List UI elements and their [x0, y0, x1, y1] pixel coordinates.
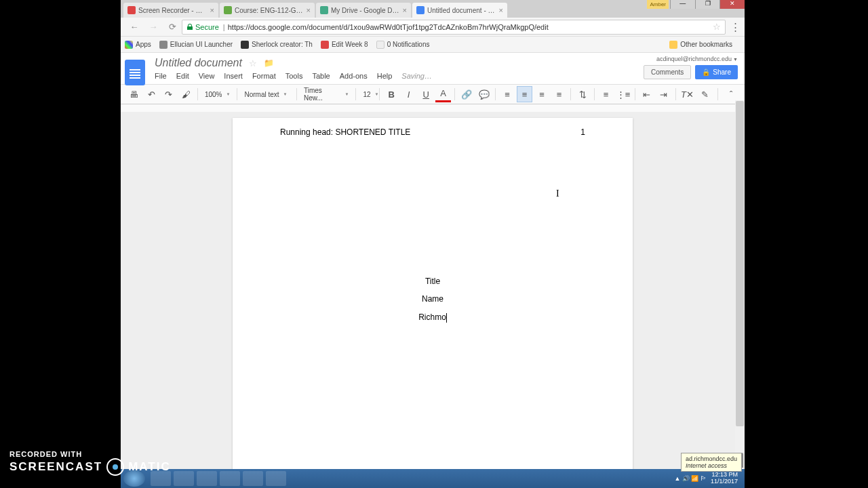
browser-menu-icon[interactable]: ⋮ [730, 21, 741, 33]
tab-screen-recorder[interactable]: Screen Recorder - Recor × [123, 3, 218, 18]
toolbar: 🖶 ↶ ↷ 🖌 100% Normal text Times New... 12… [121, 84, 745, 104]
reload-button[interactable]: ⟳ [167, 22, 178, 33]
align-left-icon[interactable]: ≡ [499, 86, 515, 102]
bookmarks-bar: Apps Ellucian UI Launcher Sherlock creat… [121, 37, 745, 53]
bookmark-icon [321, 41, 329, 49]
title-line: Title [280, 272, 585, 290]
tab-label: Screen Recorder - Recor [138, 7, 208, 14]
taskbar-app[interactable] [174, 471, 194, 486]
text-color-icon[interactable]: A [435, 86, 451, 102]
indent-increase-icon[interactable]: ⇥ [656, 86, 671, 102]
bookmark-icon [159, 41, 167, 49]
bullet-list-icon[interactable]: ⋮≡ [615, 86, 631, 102]
taskbar-app[interactable] [197, 471, 217, 486]
taskbar-app[interactable] [220, 471, 240, 486]
taskbar: ▲ 🔊 📶 🏳 12:13 PM 11/1/2017 [121, 469, 745, 488]
print-icon[interactable]: 🖶 [126, 86, 142, 102]
menu-edit[interactable]: Edit [176, 72, 189, 80]
numbered-list-icon[interactable]: ≡ [598, 86, 614, 102]
comments-button[interactable]: Comments [644, 65, 691, 79]
tray-icons[interactable]: ▲ 🔊 📶 🏳 [675, 475, 707, 482]
paint-format-icon[interactable]: 🖌 [178, 86, 193, 102]
menu-tools[interactable]: Tools [285, 72, 303, 80]
taskbar-app[interactable] [266, 471, 286, 486]
institution-line: Richmo [418, 312, 446, 322]
italic-icon[interactable]: I [401, 86, 416, 102]
tab-drive[interactable]: My Drive - Google Drive × [316, 3, 411, 18]
scrollbar-thumb[interactable] [736, 101, 744, 426]
document-body[interactable]: Title Name Richmo [280, 272, 585, 326]
share-button[interactable]: 🔒Share [695, 65, 738, 79]
menu-insert[interactable]: Insert [224, 72, 243, 80]
line-spacing-icon[interactable]: ⇅ [574, 86, 590, 102]
close-button[interactable]: ✕ [719, 0, 745, 9]
zoom-select[interactable]: 100% [201, 87, 234, 102]
menu-addons[interactable]: Add-ons [340, 72, 368, 80]
url-input[interactable]: Secure | https://docs.google.com/documen… [182, 20, 726, 35]
docs-logo-icon[interactable] [125, 60, 145, 85]
apps-button[interactable]: Apps [125, 41, 151, 49]
bookmark-ellucian[interactable]: Ellucian UI Launcher [159, 41, 233, 49]
tab-document[interactable]: Untitled document - Go × [412, 3, 507, 18]
secure-indicator: Secure [186, 23, 219, 31]
maximize-button[interactable]: ❐ [695, 0, 720, 9]
url-text: https://docs.google.com/document/d/1xou9… [228, 23, 549, 31]
tab-course[interactable]: Course: ENG-112-GW1- × [220, 3, 315, 18]
address-bar: ← → ⟳ Secure | https://docs.google.com/d… [121, 18, 745, 37]
menu-view[interactable]: View [199, 72, 215, 80]
folder-icon [669, 41, 677, 49]
underline-icon[interactable]: U [418, 86, 433, 102]
taskbar-app[interactable] [243, 471, 263, 486]
bookmark-edit-week[interactable]: Edit Week 8 [321, 41, 368, 49]
tab-label: Untitled document - Go [427, 7, 496, 14]
clear-format-icon[interactable]: T✕ [679, 86, 695, 102]
ruler[interactable] [121, 104, 745, 113]
menu-help[interactable]: Help [377, 72, 393, 80]
page[interactable]: Running head: SHORTENED TITLE 1 I Title … [233, 118, 633, 488]
running-head: Running head: SHORTENED TITLE [280, 127, 410, 137]
align-justify-icon[interactable]: ≡ [551, 86, 567, 102]
undo-icon[interactable]: ↶ [143, 86, 159, 102]
user-email[interactable]: acdinquel@richmondcc.edu [656, 56, 738, 62]
redo-icon[interactable]: ↷ [161, 86, 176, 102]
tab-label: My Drive - Google Drive [331, 7, 400, 14]
folder-icon[interactable]: 📁 [264, 58, 274, 68]
scrollbar[interactable] [735, 100, 745, 462]
page-number: 1 [580, 127, 585, 137]
window-controls: — ❐ ✕ [670, 0, 745, 9]
align-center-icon[interactable]: ≡ [517, 86, 533, 102]
bold-icon[interactable]: B [383, 86, 399, 102]
tab-close-icon[interactable]: × [496, 6, 503, 14]
menu-table[interactable]: Table [312, 72, 330, 80]
tab-close-icon[interactable]: × [208, 6, 214, 14]
system-tray[interactable]: ▲ 🔊 📶 🏳 12:13 PM 11/1/2017 [675, 472, 742, 485]
text-cursor [446, 313, 447, 323]
bookmark-star-icon[interactable]: ☆ [713, 22, 721, 32]
tab-favicon [320, 6, 328, 14]
font-select[interactable]: Times New... [300, 87, 353, 102]
back-button[interactable]: ← [129, 22, 140, 33]
tab-label: Course: ENG-112-GW1- [235, 7, 304, 14]
link-icon[interactable]: 🔗 [458, 86, 474, 102]
document-area: Running head: SHORTENED TITLE 1 I Title … [121, 113, 745, 488]
align-right-icon[interactable]: ≡ [534, 86, 549, 102]
document-title[interactable]: Untitled document [155, 57, 242, 69]
comment-icon[interactable]: 💬 [476, 86, 492, 102]
bookmark-sherlock[interactable]: Sherlock creator: Th [241, 41, 313, 49]
bookmark-notifications[interactable]: 0 Notifications [376, 41, 430, 49]
star-icon[interactable]: ☆ [249, 58, 257, 68]
saving-status: Saving… [401, 72, 432, 80]
menu-file[interactable]: File [155, 72, 167, 80]
apps-grid-icon [125, 41, 133, 49]
editing-mode-icon[interactable]: ✎ [696, 86, 713, 102]
font-size-select[interactable]: 12 [359, 87, 376, 102]
menu-format[interactable]: Format [252, 72, 276, 80]
tab-close-icon[interactable]: × [304, 6, 311, 14]
indent-decrease-icon[interactable]: ⇤ [639, 86, 654, 102]
tab-favicon [127, 6, 136, 14]
other-bookmarks[interactable]: Other bookmarks [669, 41, 732, 49]
forward-button[interactable]: → [148, 22, 159, 33]
minimize-button[interactable]: — [670, 0, 695, 9]
style-select[interactable]: Normal text [241, 87, 293, 102]
tab-close-icon[interactable]: × [400, 6, 407, 14]
